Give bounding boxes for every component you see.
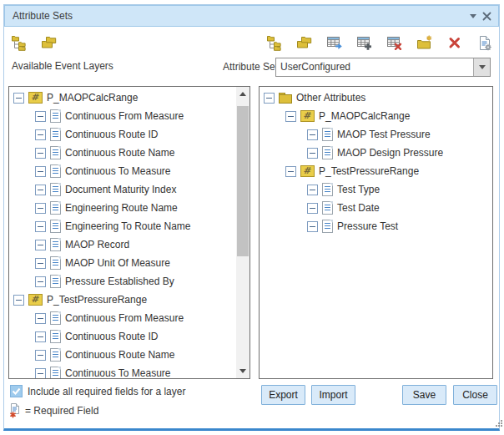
layer-icon: [300, 110, 315, 122]
collapse-toggle[interactable]: [35, 258, 46, 269]
tree-item[interactable]: MAOP Unit Of Measure: [9, 254, 236, 272]
scroll-down-icon[interactable]: [236, 364, 249, 378]
collapse-toggle[interactable]: [307, 203, 318, 214]
collapse-toggle[interactable]: [307, 148, 318, 159]
tree-item-label: MAOP Test Pressure: [337, 129, 431, 140]
collapse-toggle[interactable]: [307, 185, 318, 195]
required-field-icon: [9, 402, 21, 421]
collapse-toggle[interactable]: [13, 93, 24, 104]
event-layers-tree-button[interactable]: [10, 33, 28, 52]
report-settings-button[interactable]: [476, 33, 494, 52]
collapse-toggle[interactable]: [35, 313, 46, 324]
field-icon: [50, 183, 61, 196]
open-folder-icon: [296, 34, 313, 51]
table-remove-button[interactable]: [386, 33, 404, 52]
tree-item[interactable]: Engineering Route Name: [9, 199, 236, 217]
tree-item[interactable]: Pressure Test: [260, 217, 492, 235]
attribute-set-value: UserConfigured: [276, 58, 473, 76]
collapse-toggle[interactable]: [35, 331, 46, 342]
collapse-toggle[interactable]: [35, 276, 46, 287]
field-icon: [50, 128, 61, 141]
available-layers-panel: P_MAOPCalcRange Continuous From Measure …: [8, 86, 250, 379]
collapse-toggle[interactable]: [35, 148, 46, 159]
scrollbar-thumb[interactable]: [237, 106, 249, 256]
tree-item[interactable]: Continuous Route ID: [9, 327, 236, 346]
collapse-arrow-icon[interactable]: [466, 9, 480, 23]
tree-item-label: Continuous From Measure: [65, 312, 184, 324]
tree-item[interactable]: Continuous Route Name: [9, 144, 236, 162]
tree-item[interactable]: Continuous Route ID: [9, 125, 236, 144]
include-required-checkbox[interactable]: [10, 385, 23, 397]
collapse-toggle[interactable]: [35, 203, 46, 214]
open-folder-icon: [41, 34, 58, 51]
tree-item[interactable]: Continuous To Measure: [9, 364, 236, 378]
chevron-down-icon[interactable]: [473, 58, 490, 76]
collapse-toggle[interactable]: [13, 295, 24, 306]
field-icon: [50, 367, 61, 378]
attribute-set-dropdown[interactable]: UserConfigured: [275, 58, 491, 77]
field-icon: [50, 238, 61, 251]
collapse-toggle[interactable]: [35, 185, 46, 195]
import-button[interactable]: Import: [311, 385, 355, 405]
collapse-toggle[interactable]: [285, 166, 296, 177]
collapse-toggle[interactable]: [35, 129, 46, 140]
tree-item[interactable]: Document Maturity Index: [9, 180, 236, 199]
close-button[interactable]: Close: [453, 385, 497, 405]
collapse-toggle[interactable]: [285, 111, 296, 122]
scroll-up-icon[interactable]: [236, 87, 249, 101]
report-settings-icon: [476, 35, 493, 51]
tree-item-label: Test Type: [337, 184, 380, 195]
tree-item[interactable]: P_MAOPCalcRange: [260, 107, 492, 125]
collapse-toggle[interactable]: [307, 221, 318, 232]
table-export-button[interactable]: [325, 33, 344, 52]
new-attribute-set-folder-icon: [416, 35, 433, 51]
field-icon: [322, 128, 333, 141]
tree-item-label: Continuous Route Name: [65, 349, 174, 361]
tree-item[interactable]: Engineering To Route Name: [9, 217, 236, 235]
tree-item[interactable]: Other Attributes: [260, 89, 492, 107]
close-icon[interactable]: [480, 9, 493, 23]
tree-item[interactable]: Continuous From Measure: [9, 309, 236, 327]
tree-item[interactable]: MAOP Record: [9, 235, 236, 254]
collapse-toggle[interactable]: [264, 93, 275, 104]
tree-item[interactable]: Test Type: [260, 180, 492, 199]
tree-item[interactable]: P_MAOPCalcRange: [9, 89, 236, 107]
tree-item[interactable]: Pressure Established By: [9, 272, 236, 291]
layer-icon: [28, 92, 43, 104]
tree-item[interactable]: P_TestPressureRange: [260, 162, 492, 180]
collapse-toggle[interactable]: [307, 129, 318, 140]
tree-item[interactable]: Test Date: [260, 199, 492, 217]
tree-item-label: Continuous From Measure: [65, 110, 184, 122]
collapse-toggle[interactable]: [35, 350, 46, 361]
collapse-toggle[interactable]: [35, 221, 46, 232]
resize-grip[interactable]: [494, 419, 503, 431]
open-folder-button[interactable]: [40, 33, 58, 52]
tree-item-label: Continuous Route ID: [65, 331, 158, 342]
field-icon: [50, 164, 61, 178]
delete-icon: [447, 35, 462, 50]
attribute-set-panel: Other Attributes P_MAOPCalcRange MAOP Te…: [259, 86, 493, 379]
tree-item[interactable]: Continuous From Measure: [9, 107, 236, 125]
collapse-toggle[interactable]: [35, 166, 46, 177]
tree-item-label: P_MAOPCalcRange: [319, 110, 410, 122]
title-bar[interactable]: Attribute Sets: [4, 5, 499, 27]
collapse-toggle[interactable]: [35, 368, 46, 379]
tree-item[interactable]: MAOP Design Pressure: [260, 144, 492, 162]
tree-item[interactable]: Continuous Route Name: [9, 346, 236, 364]
collapse-toggle[interactable]: [35, 111, 46, 122]
save-button[interactable]: Save: [402, 385, 446, 405]
export-button[interactable]: Export: [261, 385, 305, 405]
collapse-toggle[interactable]: [35, 240, 46, 250]
table-add-button[interactable]: [355, 33, 374, 52]
tree-item-label: P_TestPressureRange: [47, 294, 147, 306]
tree-item-label: Other Attributes: [296, 92, 365, 104]
tree-item[interactable]: MAOP Test Pressure: [260, 125, 492, 144]
open-folder-button[interactable]: [295, 33, 314, 52]
vertical-scrollbar[interactable]: [236, 87, 249, 378]
field-icon: [50, 220, 61, 233]
event-layers-tree-button[interactable]: [265, 33, 284, 52]
delete-button[interactable]: [446, 33, 464, 52]
tree-item[interactable]: Continuous To Measure: [9, 162, 236, 180]
new-attribute-set-folder-button[interactable]: [416, 33, 434, 52]
tree-item[interactable]: P_TestPressureRange: [9, 291, 236, 309]
